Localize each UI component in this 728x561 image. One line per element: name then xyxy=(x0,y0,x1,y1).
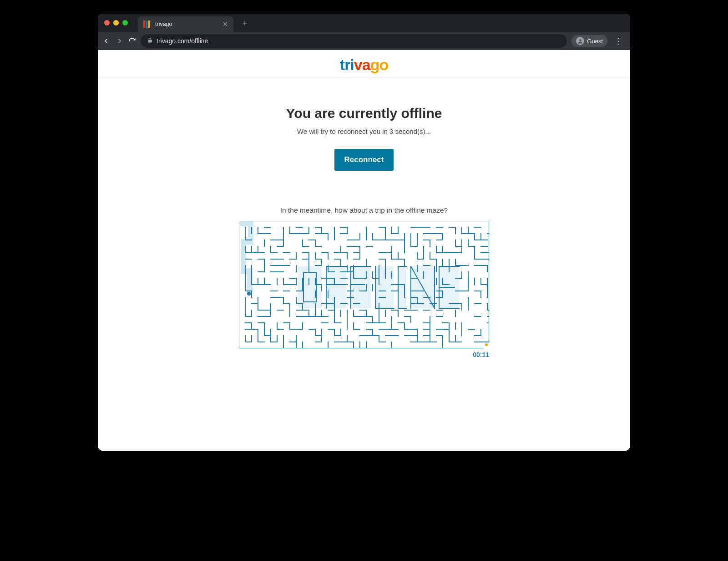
profile-label: Guest xyxy=(587,38,603,45)
maze-timer: 00:11 xyxy=(239,351,489,358)
svg-rect-5 xyxy=(375,266,394,308)
tab-title: trivago xyxy=(155,21,218,27)
maze-container: 00:11 xyxy=(239,221,489,358)
new-tab-button[interactable]: ＋ xyxy=(237,17,253,28)
window-controls xyxy=(104,20,128,26)
back-button[interactable] xyxy=(102,37,111,45)
maze-player-icon xyxy=(247,292,251,296)
reconnect-button[interactable]: Reconnect xyxy=(334,149,394,171)
browser-tab[interactable]: trivago ✕ xyxy=(138,16,233,32)
svg-rect-3 xyxy=(326,266,346,308)
page-title: You are currently offline xyxy=(286,106,442,121)
offline-maze-game[interactable] xyxy=(239,221,489,348)
logo-part-1: tri xyxy=(340,56,354,73)
url-text: trivago.com/offline xyxy=(157,37,208,45)
trivago-logo[interactable]: trivago xyxy=(340,57,388,72)
tab-strip: trivago ✕ ＋ xyxy=(98,14,630,32)
logo-part-2: va xyxy=(354,56,370,73)
brand-header: trivago xyxy=(98,50,630,79)
address-bar[interactable]: trivago.com/offline xyxy=(141,34,567,48)
browser-window: trivago ✕ ＋ trivago.com/offline xyxy=(98,14,630,451)
maze-goal-icon xyxy=(485,343,488,346)
trivago-favicon-icon xyxy=(143,20,151,28)
reconnect-countdown-text: We will try to reconnect you in 3 second… xyxy=(297,128,431,135)
browser-menu-icon[interactable]: ⋮ xyxy=(612,36,626,46)
profile-chip[interactable]: Guest xyxy=(571,35,607,47)
logo-part-3: go xyxy=(370,56,389,73)
forward-button[interactable] xyxy=(115,37,123,45)
svg-rect-6 xyxy=(398,266,406,308)
page-content: trivago You are currently offline We wil… xyxy=(98,50,630,451)
browser-chrome: trivago ✕ ＋ trivago.com/offline xyxy=(98,14,630,50)
close-tab-icon[interactable]: ✕ xyxy=(222,20,228,28)
close-window-button[interactable] xyxy=(104,20,110,26)
avatar-icon xyxy=(576,37,584,45)
maze-prompt-text: In the meantime, how about a trip in the… xyxy=(280,206,448,214)
svg-point-0 xyxy=(579,39,581,41)
minimize-window-button[interactable] xyxy=(113,20,119,26)
fullscreen-window-button[interactable] xyxy=(122,20,128,26)
lock-icon xyxy=(147,37,153,45)
browser-toolbar: trivago.com/offline Guest ⋮ xyxy=(98,32,630,50)
offline-panel: You are currently offline We will try to… xyxy=(98,79,630,358)
reload-button[interactable] xyxy=(128,37,136,45)
